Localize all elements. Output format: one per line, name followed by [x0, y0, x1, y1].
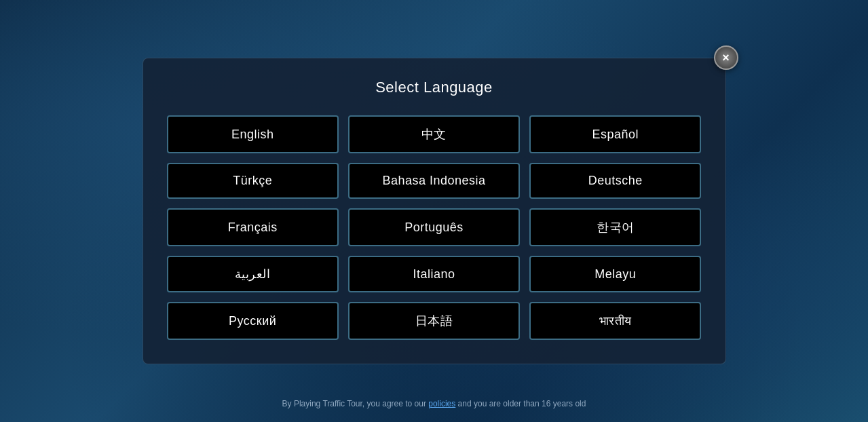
close-button[interactable]: × [714, 45, 738, 70]
modal-overlay: × Select Language English中文EspañolTürkçe… [0, 0, 868, 422]
modal-title: Select Language [167, 79, 702, 96]
policies-link[interactable]: policies [428, 399, 455, 408]
language-modal: Select Language English中文EspañolTürkçeBa… [143, 58, 726, 364]
language-grid: English中文EspañolTürkçeBahasa IndonesiaDe… [167, 115, 702, 340]
lang-btn-english[interactable]: English [167, 115, 339, 153]
lang-btn-deutsche[interactable]: Deutsche [529, 163, 701, 199]
lang-btn-japanese[interactable]: 日本語 [348, 302, 520, 340]
lang-btn-turkish[interactable]: Türkçe [167, 163, 339, 199]
lang-btn-french[interactable]: Français [167, 208, 339, 246]
lang-btn-russian[interactable]: Русский [167, 302, 339, 340]
lang-btn-indian[interactable]: भारतीय [529, 302, 701, 340]
footer-text: By Playing Traffic Tour, you agree to ou… [282, 399, 586, 408]
lang-btn-arabic[interactable]: العربية [167, 256, 339, 292]
lang-btn-korean[interactable]: 한국어 [529, 208, 701, 246]
lang-btn-chinese[interactable]: 中文 [348, 115, 520, 153]
lang-btn-portuguese[interactable]: Português [348, 208, 520, 246]
lang-btn-italian[interactable]: Italiano [348, 256, 520, 292]
lang-btn-spanish[interactable]: Español [529, 115, 701, 153]
lang-btn-malay[interactable]: Melayu [529, 256, 701, 292]
modal-wrapper: × Select Language English中文EspañolTürkçe… [143, 58, 726, 364]
lang-btn-bahasa-indonesia[interactable]: Bahasa Indonesia [348, 163, 520, 199]
